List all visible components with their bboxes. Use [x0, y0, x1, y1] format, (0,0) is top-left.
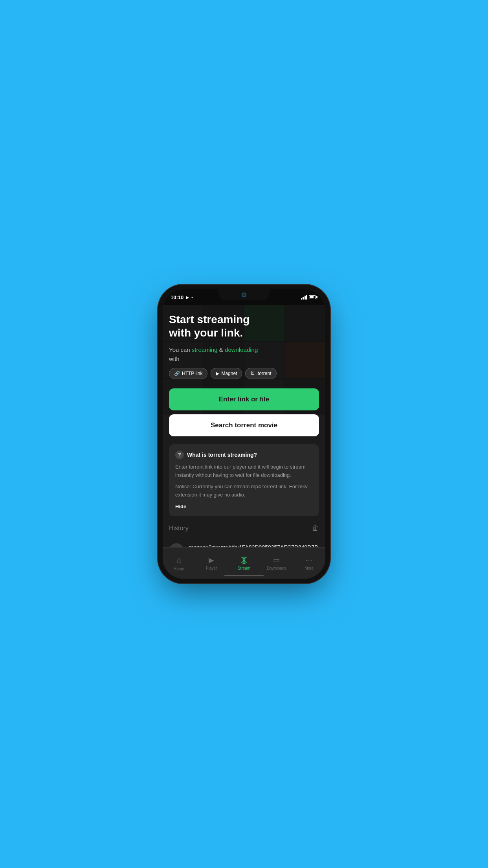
notification-dot: • [191, 295, 193, 300]
signal-icon [301, 295, 308, 300]
status-bar: 10:10 ▶ • [163, 289, 325, 305]
more-nav-label: More [305, 566, 314, 570]
status-left: 10:10 ▶ • [171, 294, 193, 300]
battery-icon [309, 295, 317, 299]
more-nav-icon: ··· [306, 556, 313, 565]
search-torrent-button[interactable]: Search torrent movie [169, 414, 319, 436]
notch [218, 289, 270, 300]
chip-torrent[interactable]: ⇅ .torrent [245, 368, 276, 379]
history-header: History 🗑 [169, 524, 319, 532]
link-type-chips: 🔗 HTTP link ▶ Magnet ⇅ .torrent [169, 368, 319, 379]
downloading-text: downloading [225, 346, 258, 353]
stream-nav-icon [240, 556, 248, 565]
home-nav-label: Home [174, 567, 184, 571]
link-icon: 🔗 [174, 371, 180, 376]
home-nav-icon: ⌂ [176, 555, 182, 565]
info-card-header: ? What is torrent streaming? [175, 451, 313, 459]
player-nav-icon: ▶ [209, 556, 214, 565]
status-right [301, 295, 318, 300]
info-card-body-2: Notice: Currently you can stream mp4 tor… [175, 483, 313, 499]
chip-magnet[interactable]: ▶ Magnet [211, 368, 242, 379]
nav-item-more[interactable]: ··· More [293, 556, 325, 570]
camera-notch [242, 292, 246, 297]
nav-item-home[interactable]: ⌂ Home [163, 555, 195, 571]
svg-point-0 [243, 559, 245, 561]
delete-history-icon[interactable]: 🗑 [312, 524, 319, 532]
chip-magnet-label: Magnet [221, 371, 237, 376]
help-icon: ? [175, 451, 184, 459]
info-card-title: What is torrent streaming? [187, 452, 257, 458]
player-nav-label: Player [206, 566, 217, 570]
info-card: ? What is torrent streaming? Enter torre… [169, 444, 319, 516]
nav-item-downloads[interactable]: ▭ Downloads [260, 556, 293, 570]
downloads-nav-label: Downloads [267, 566, 286, 570]
bottom-navigation: ⌂ Home ▶ Player Stream [163, 547, 325, 579]
magnet-icon: ▶ [216, 371, 219, 376]
content-area: Start streamingwith your link. You can s… [163, 305, 325, 516]
chip-torrent-label: .torrent [256, 371, 271, 376]
hero-subtitle: You can streaming & downloadingwith [169, 346, 319, 363]
info-card-body-1: Enter torrent link into our player and i… [175, 463, 313, 480]
hero-title: Start streamingwith your link. [169, 313, 319, 339]
phone-device: 10:10 ▶ • [163, 289, 325, 579]
history-label: History [169, 525, 189, 532]
home-indicator [224, 575, 264, 576]
downloads-nav-icon: ▭ [273, 556, 280, 565]
phone-screen: 10:10 ▶ • [163, 289, 325, 579]
scroll-area[interactable]: Start streamingwith your link. You can s… [163, 305, 325, 579]
hide-button[interactable]: Hide [175, 504, 186, 509]
time-label: 10:10 [171, 294, 183, 300]
play-status-icon: ▶ [186, 295, 189, 300]
enter-link-button[interactable]: Enter link or file [169, 388, 319, 410]
chip-http-label: HTTP link [182, 371, 202, 376]
streaming-text: streaming [192, 346, 218, 353]
nav-item-stream[interactable]: Stream [228, 556, 261, 570]
torrent-icon: ⇅ [250, 371, 254, 376]
stream-nav-label: Stream [238, 566, 250, 570]
chip-http[interactable]: 🔗 HTTP link [169, 368, 207, 379]
nav-item-player[interactable]: ▶ Player [195, 556, 228, 570]
